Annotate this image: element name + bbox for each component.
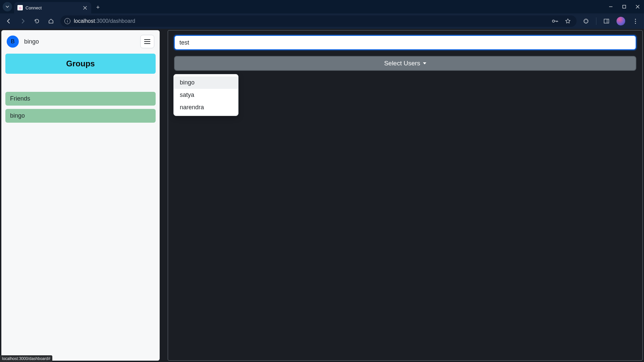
browser-toolbar: i localhost:3000/dashboard — [0, 13, 644, 29]
dropdown-item[interactable]: bingo — [174, 76, 238, 89]
caret-down-icon — [423, 62, 426, 64]
browser-menu-button[interactable] — [631, 16, 640, 26]
main-panel: Select Users bingo satya narendra — [168, 30, 643, 361]
sidebar-header: B bingo — [5, 34, 156, 54]
group-item[interactable]: bingo — [5, 109, 156, 123]
user-block: B bingo — [7, 36, 39, 48]
extensions-icon[interactable] — [581, 16, 591, 26]
browser-tab-active[interactable]: ◎ Connect — [14, 2, 91, 13]
window-close-button[interactable] — [635, 4, 641, 10]
bookmark-star-icon[interactable] — [563, 16, 573, 26]
forward-button[interactable] — [18, 16, 28, 26]
tab-title: Connect — [25, 5, 79, 10]
svg-point-1 — [552, 20, 554, 22]
toolbar-separator — [596, 17, 596, 25]
profile-avatar[interactable] — [616, 17, 625, 25]
tab-search-dropdown[interactable] — [3, 2, 12, 11]
home-button[interactable] — [46, 16, 56, 26]
groups-banner[interactable]: Groups — [5, 54, 156, 74]
url-host: localhost — [74, 18, 95, 24]
dropdown-item[interactable]: narendra — [174, 101, 238, 114]
tab-close-button[interactable] — [82, 5, 88, 11]
side-panel-icon[interactable] — [602, 16, 611, 26]
svg-rect-0 — [623, 5, 626, 8]
site-info-icon[interactable]: i — [64, 18, 70, 24]
reload-button[interactable] — [32, 16, 42, 26]
tab-favicon: ◎ — [17, 5, 23, 10]
status-link-preview: localhost:3000/dashboard# — [0, 355, 52, 362]
new-tab-button[interactable]: + — [93, 3, 103, 12]
url-port-path: :3000/dashboard — [95, 18, 135, 24]
url-bar[interactable]: i localhost:3000/dashboard — [60, 15, 577, 27]
tab-strip: ◎ Connect + — [3, 0, 103, 13]
password-key-icon[interactable] — [550, 16, 560, 26]
dropdown-item[interactable]: satya — [174, 89, 238, 101]
group-item[interactable]: Friends — [5, 92, 156, 106]
page-content: B bingo Groups Friends bingo Select User… — [0, 29, 644, 362]
select-users-button[interactable]: Select Users — [174, 56, 636, 71]
svg-rect-2 — [604, 19, 609, 23]
window-controls — [608, 4, 641, 10]
group-name-input[interactable] — [174, 35, 636, 50]
user-name: bingo — [24, 38, 39, 45]
toolbar-right — [581, 16, 640, 26]
url-text: localhost:3000/dashboard — [74, 18, 547, 24]
select-users-label: Select Users — [384, 60, 420, 67]
hamburger-icon — [144, 39, 150, 44]
select-users-dropdown: bingo satya narendra — [173, 74, 238, 116]
browser-titlebar: ◎ Connect + — [0, 0, 644, 13]
group-list: Friends bingo — [5, 92, 156, 123]
sidebar: B bingo Groups Friends bingo — [1, 30, 160, 361]
window-minimize-button[interactable] — [608, 4, 614, 10]
back-button[interactable] — [4, 16, 13, 26]
window-maximize-button[interactable] — [621, 4, 627, 10]
sidebar-menu-button[interactable] — [140, 35, 154, 48]
user-avatar: B — [7, 36, 19, 48]
